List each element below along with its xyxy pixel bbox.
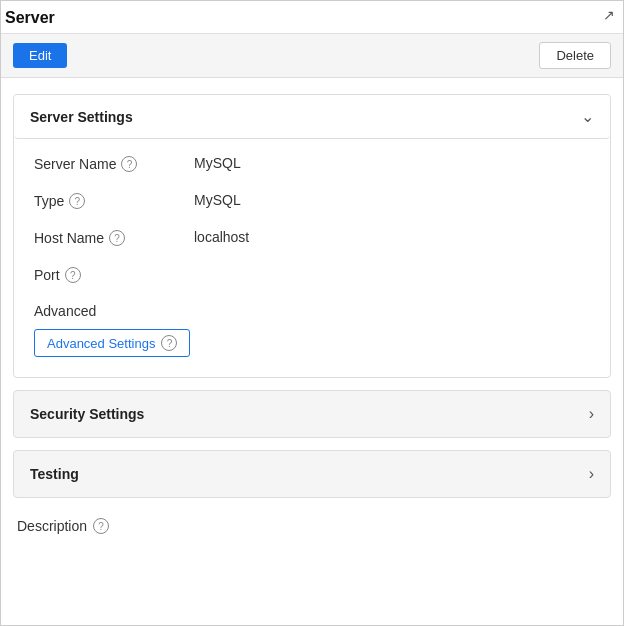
host-name-help-icon[interactable]: ? — [109, 230, 125, 246]
field-row-server-name: Server Name ? MySQL — [34, 155, 590, 172]
collapse-icon: ⌄ — [581, 107, 594, 126]
expand-security-icon: › — [589, 405, 594, 423]
field-row-port: Port ? — [34, 266, 590, 283]
security-settings-header[interactable]: Security Settings › — [14, 391, 610, 437]
advanced-label: Advanced — [34, 303, 590, 319]
advanced-settings-button[interactable]: Advanced Settings ? — [34, 329, 190, 357]
host-name-label: Host Name ? — [34, 229, 194, 246]
testing-card: Testing › — [13, 450, 611, 498]
description-help-icon[interactable]: ? — [93, 518, 109, 534]
port-label: Port ? — [34, 266, 194, 283]
description-field: Description ? — [13, 510, 611, 542]
host-name-value: localhost — [194, 229, 590, 245]
advanced-settings-help-icon[interactable]: ? — [161, 335, 177, 351]
advanced-section: Advanced Advanced Settings ? — [34, 303, 590, 357]
server-name-label: Server Name ? — [34, 155, 194, 172]
content-area: Server Settings ⌄ Server Name ? MySQL Ty… — [1, 78, 623, 558]
type-help-icon[interactable]: ? — [69, 193, 85, 209]
field-row-type: Type ? MySQL — [34, 192, 590, 209]
security-settings-title: Security Settings — [30, 406, 144, 422]
server-settings-body: Server Name ? MySQL Type ? MySQL Host Na… — [14, 139, 610, 377]
testing-title: Testing — [30, 466, 79, 482]
server-settings-card: Server Settings ⌄ Server Name ? MySQL Ty… — [13, 94, 611, 378]
field-row-host-name: Host Name ? localhost — [34, 229, 590, 246]
server-name-value: MySQL — [194, 155, 590, 171]
server-settings-header[interactable]: Server Settings ⌄ — [14, 95, 610, 139]
page-header: Server ↗ — [1, 1, 623, 34]
description-label: Description — [17, 518, 87, 534]
server-settings-title: Server Settings — [30, 109, 133, 125]
edit-button[interactable]: Edit — [13, 43, 67, 68]
external-link-icon[interactable]: ↗ — [603, 7, 615, 23]
port-help-icon[interactable]: ? — [65, 267, 81, 283]
security-settings-card: Security Settings › — [13, 390, 611, 438]
toolbar: Edit Delete — [1, 34, 623, 78]
page-title: Server — [5, 9, 55, 27]
type-value: MySQL — [194, 192, 590, 208]
testing-header[interactable]: Testing › — [14, 451, 610, 497]
expand-testing-icon: › — [589, 465, 594, 483]
advanced-settings-btn-label: Advanced Settings — [47, 336, 155, 351]
server-name-help-icon[interactable]: ? — [121, 156, 137, 172]
type-label: Type ? — [34, 192, 194, 209]
delete-button[interactable]: Delete — [539, 42, 611, 69]
